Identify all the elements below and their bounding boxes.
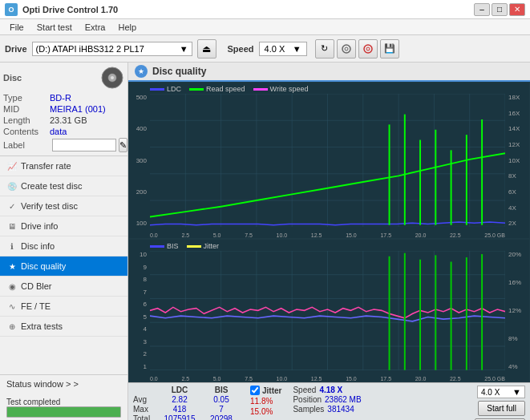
disc-read-icon[interactable] (337, 39, 356, 59)
jitter-legend-color (187, 245, 201, 248)
y-right-4x: 4X (508, 204, 516, 212)
close-button[interactable]: ✕ (509, 3, 525, 16)
y-lower-left-1: 1 (144, 363, 147, 370)
y-lower-right-4: 4% (508, 363, 518, 370)
y-left-300: 300 (136, 157, 147, 164)
write-speed-legend: Write speed (253, 85, 309, 93)
titlebar-left: O Opti Drive Control 1.70 (5, 3, 118, 16)
disc-write-icon[interactable] (358, 39, 378, 59)
speed-stat-label: Speed (293, 386, 316, 394)
sidebar-item-extra-tests[interactable]: ⊕ Extra tests (0, 317, 127, 337)
sidebar-item-transfer-rate[interactable]: 📈 Transfer rate (0, 156, 127, 176)
svg-point-3 (366, 47, 370, 50)
upper-chart-svg (150, 94, 505, 227)
drive-selector[interactable]: (D:) ATAPI iHBS312 2 PL17 ▼ (32, 42, 192, 56)
nav-label-drive-info: Drive info (21, 221, 58, 231)
position-row: Position 23862 MB (293, 395, 361, 404)
menu-help[interactable]: Help (111, 22, 143, 33)
jitter-header: Jitter (250, 386, 281, 395)
lower-chart-legend: BIS Jitter (150, 242, 219, 250)
y-right-16x: 16X (508, 110, 520, 117)
read-speed-legend-label: Read speed (206, 85, 245, 93)
y-lower-left-4: 4 (144, 325, 147, 333)
lx-0: 0.0 (150, 376, 158, 382)
lower-chart: BIS Jitter (129, 240, 529, 382)
lx-15: 15.0 (346, 376, 357, 382)
lx-17-5: 17.5 (380, 376, 391, 382)
jitter-checkbox[interactable] (250, 386, 260, 395)
nav-label-verify-test-disc: Verify test disc (21, 201, 78, 211)
jitter-legend: Jitter (187, 242, 220, 250)
length-value: 23.31 GB (50, 115, 87, 125)
save-icon[interactable]: 💾 (380, 39, 399, 59)
status-bar: Status window > > Test completed 100.0% … (0, 374, 127, 420)
x-17-5: 17.5 (380, 232, 391, 238)
ldc-legend-color (150, 88, 164, 91)
nav-label-disc-info: Disc info (21, 241, 55, 251)
bis-legend-label: BIS (167, 242, 179, 250)
contents-value: data (50, 127, 67, 136)
progress-area: Test completed (0, 393, 127, 420)
titlebar: O Opti Drive Control 1.70 – □ ✕ (0, 0, 530, 19)
menu-file[interactable]: File (3, 22, 30, 33)
sidebar: Disc Type BD-R MID MEIRA1 (001) Length (0, 63, 128, 420)
total-label: Total (133, 414, 159, 420)
y-lower-left-10: 10 (140, 251, 147, 258)
sidebar-item-cd-bler[interactable]: ◉ CD Bler (0, 277, 127, 297)
label-input[interactable] (52, 139, 116, 151)
max-label: Max (133, 405, 159, 414)
y-right-12x: 12X (508, 141, 520, 148)
x-20: 20.0 (415, 232, 427, 238)
sidebar-item-create-test-disc[interactable]: 💿 Create test disc (0, 176, 127, 196)
y-lower-left-9: 9 (144, 264, 147, 271)
type-label: Type (3, 93, 50, 103)
verify-test-disc-icon: ✓ (6, 200, 18, 212)
sidebar-item-fe-te[interactable]: ∿ FE / TE (0, 297, 127, 317)
sidebar-item-disc-quality[interactable]: ★ Disc quality (0, 256, 127, 277)
label-edit-button[interactable]: ✎ (119, 138, 127, 152)
drive-label: Drive (5, 44, 27, 54)
extra-tests-icon: ⊕ (6, 321, 18, 332)
maximize-button[interactable]: □ (492, 3, 508, 16)
lower-x-axis: 0.0 2.5 5.0 7.5 10.0 12.5 15.0 17.5 20.0… (150, 376, 505, 382)
status-window-button[interactable]: Status window > > (0, 375, 127, 393)
avg-jitter-row: 11.8% (250, 396, 281, 406)
drive-info-icon: 🖥 (6, 220, 18, 232)
max-jitter-row: 15.0% (250, 406, 281, 416)
lx-2-5: 2.5 (181, 376, 189, 382)
y-lower-left-3: 3 (144, 338, 147, 345)
menu-start-test[interactable]: Start test (30, 22, 79, 33)
disc-length-row: Length 23.31 GB (3, 115, 124, 125)
ldc-legend: LDC (150, 85, 181, 93)
drivebar: Drive (D:) ATAPI iHBS312 2 PL17 ▼ ⏏ Spee… (0, 35, 530, 63)
refresh-icon[interactable]: ↻ (315, 39, 334, 59)
nav-label-fe-te: FE / TE (21, 301, 51, 311)
speed-selector[interactable]: 4.0 X ▼ (259, 42, 307, 56)
disc-info-table: Type BD-R MID MEIRA1 (001) Length 23.31 … (3, 93, 124, 152)
sidebar-item-verify-test-disc[interactable]: ✓ Verify test disc (0, 196, 127, 216)
disc-header: Disc (3, 66, 124, 90)
upper-chart-legend: LDC Read speed Write speed (150, 85, 308, 93)
x-10: 10.0 (277, 232, 288, 238)
disc-type-row: Type BD-R (3, 93, 124, 103)
upper-y-left: 500 400 300 200 100 (129, 94, 148, 227)
sidebar-item-disc-info[interactable]: ℹ Disc info (0, 236, 127, 256)
x-2-5: 2.5 (181, 232, 189, 238)
x-22-5: 22.5 (450, 232, 461, 238)
eject-button[interactable]: ⏏ (197, 39, 216, 59)
disc-section-title: Disc (3, 73, 22, 83)
minimize-button[interactable]: – (474, 3, 490, 16)
disc-mid-row: MID MEIRA1 (001) (3, 104, 124, 114)
menu-extra[interactable]: Extra (79, 22, 112, 33)
avg-jitter-val: 11.8% (250, 397, 273, 406)
x-25: 25.0 GB (484, 232, 505, 238)
sidebar-item-drive-info[interactable]: 🖥 Drive info (0, 216, 127, 236)
y-lower-right-16: 16% (508, 279, 521, 286)
avg-ldc-val: 2.82 (159, 395, 200, 404)
x-12-5: 12.5 (311, 232, 322, 238)
content-area: ★ Disc quality LDC Read speed (128, 63, 530, 420)
speed-dropdown[interactable]: 4.0 X ▼ (477, 386, 525, 398)
y-left-100: 100 (136, 220, 147, 227)
start-full-button[interactable]: Start full (478, 401, 525, 416)
main-content: Disc Type BD-R MID MEIRA1 (001) Length (0, 63, 530, 420)
